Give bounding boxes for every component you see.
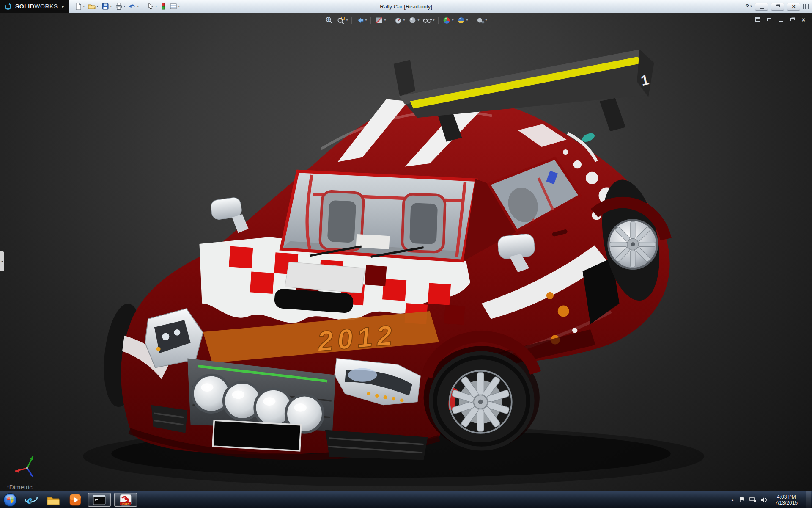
dassault-3ds-logo-icon — [4, 3, 12, 10]
view-orientation-label: *Dimetric — [7, 483, 33, 491]
zoom-to-fit-icon — [325, 16, 333, 25]
restore-button[interactable] — [771, 3, 784, 11]
windows-start-icon — [3, 493, 17, 507]
doc-close-button[interactable]: × — [800, 17, 807, 22]
save-button[interactable]: ▾ — [100, 1, 113, 12]
internet-explorer-icon: e — [25, 493, 38, 507]
cascade-windows-button[interactable] — [754, 17, 761, 22]
previous-view-icon — [356, 16, 364, 25]
taskbar-command-prompt[interactable] — [88, 493, 111, 507]
svg-text:e: e — [27, 493, 32, 506]
help-button[interactable]: ? ▾ — [745, 3, 752, 10]
apply-scene-button[interactable]: ▾ — [456, 15, 469, 25]
select-cursor-icon — [147, 3, 154, 10]
brand-expand-icon[interactable]: ▸ — [62, 4, 64, 8]
hide-show-eyeglasses-icon — [423, 16, 432, 25]
help-dropdown-icon: ▾ — [750, 5, 752, 8]
rebuild-button[interactable] — [159, 1, 167, 12]
print-button[interactable]: ▾ — [114, 1, 126, 12]
media-player-icon — [69, 494, 82, 506]
front-right-wheel[interactable] — [424, 337, 540, 450]
undo-button[interactable]: ▾ — [127, 1, 140, 12]
minimize-button[interactable] — [755, 3, 768, 11]
action-center-icon[interactable] — [739, 497, 745, 503]
start-button[interactable] — [0, 491, 20, 508]
windshield[interactable] — [281, 171, 477, 261]
taskbar-solidworks[interactable]: 2015 — [114, 493, 137, 507]
section-view-icon — [375, 16, 383, 25]
zoom-to-fit-button[interactable] — [324, 15, 334, 25]
taskbar-media-player[interactable] — [64, 491, 86, 508]
solidworks-year-label: 2015 — [122, 502, 129, 506]
heads-up-view-toolbar: ▾ ▾ ▾ ▾ ▾ — [324, 14, 488, 27]
hud-separator — [351, 17, 352, 24]
zoom-to-area-icon — [337, 16, 345, 25]
doc-minimize-icon — [779, 21, 783, 22]
titlebar-controls: ? ▾ × — [745, 3, 812, 11]
show-hidden-icons-button[interactable]: ▴ — [731, 497, 735, 502]
toolbar-options-icon[interactable] — [803, 4, 809, 9]
display-style-icon — [408, 16, 417, 25]
passenger-seat — [402, 194, 445, 252]
view-settings-icon — [476, 16, 485, 25]
hud-separator — [472, 17, 472, 24]
open-folder-icon — [88, 3, 96, 10]
rebuild-traffic-icon — [160, 3, 166, 10]
new-document-icon — [74, 3, 82, 10]
select-button[interactable]: ▾ — [145, 1, 158, 12]
file-properties-icon — [170, 3, 177, 10]
brand-wordmark: SOLIDWORKS — [15, 3, 58, 10]
folder-icon — [47, 494, 60, 506]
edit-appearance-button[interactable]: ▾ — [442, 15, 455, 25]
titlebar: SOLIDWORKS ▸ ▾ ▾ ▾ — [0, 0, 812, 13]
show-desktop-button[interactable] — [806, 491, 811, 508]
apply-scene-icon — [457, 16, 466, 25]
doc-restore-button[interactable] — [789, 17, 796, 22]
doc-close-icon: × — [802, 17, 806, 23]
hud-separator — [390, 17, 390, 24]
toolbar-separator — [143, 2, 143, 11]
solidworks-icon: 2015 — [120, 494, 132, 506]
doc-minimize-button[interactable] — [777, 17, 784, 22]
view-orientation-button[interactable]: ▾ — [393, 15, 406, 25]
save-icon — [102, 3, 109, 10]
minimize-icon — [760, 8, 764, 9]
restore-icon — [776, 5, 779, 8]
taskbar-file-explorer[interactable] — [42, 491, 64, 508]
view-orientation-icon — [394, 16, 402, 25]
undo-icon — [129, 3, 136, 10]
license-plate[interactable] — [213, 420, 301, 451]
taskbar-internet-explorer[interactable]: e — [20, 491, 42, 508]
cascade-icon — [755, 17, 760, 22]
section-view-button[interactable]: ▾ — [374, 15, 387, 25]
document-window-controls: × — [754, 17, 807, 22]
tile-windows-button[interactable] — [766, 17, 773, 22]
system-tray: ▴ 4:03 PM 7/13/2015 — [731, 491, 812, 508]
network-icon[interactable] — [749, 497, 756, 503]
edit-appearance-icon — [443, 16, 451, 25]
window-title: Rally Car [Read-only] — [380, 3, 432, 10]
clock-date: 7/13/2015 — [775, 500, 798, 506]
3d-model-rally-car[interactable]: 2012 — [0, 13, 812, 491]
volume-icon[interactable] — [760, 497, 767, 503]
new-document-button[interactable]: ▾ — [73, 1, 86, 12]
clock-time: 4:03 PM — [775, 494, 798, 500]
view-settings-button[interactable]: ▾ — [475, 15, 488, 25]
hud-separator — [439, 17, 439, 24]
taskbar-clock[interactable]: 4:03 PM 7/13/2015 — [771, 494, 801, 506]
close-icon: × — [792, 3, 795, 9]
previous-view-button[interactable]: ▾ — [355, 15, 368, 25]
close-button[interactable]: × — [787, 3, 800, 11]
file-properties-button[interactable]: ▾ — [168, 1, 181, 12]
display-style-button[interactable]: ▾ — [407, 15, 420, 25]
open-button[interactable]: ▾ — [87, 1, 99, 12]
tile-icon — [767, 18, 771, 21]
graphics-area[interactable]: ▾ ▾ ▾ ▾ ▾ — [0, 13, 812, 491]
feature-manager-collapse-tab[interactable]: ◂ — [0, 251, 4, 271]
reference-triad — [11, 451, 42, 483]
zoom-to-area-button[interactable]: ▾ — [336, 15, 348, 25]
hide-show-items-button[interactable]: ▾ — [422, 15, 436, 25]
taskbar: e 2015 ▴ — [0, 491, 812, 508]
help-label: ? — [745, 3, 749, 10]
command-prompt-icon — [93, 495, 106, 505]
